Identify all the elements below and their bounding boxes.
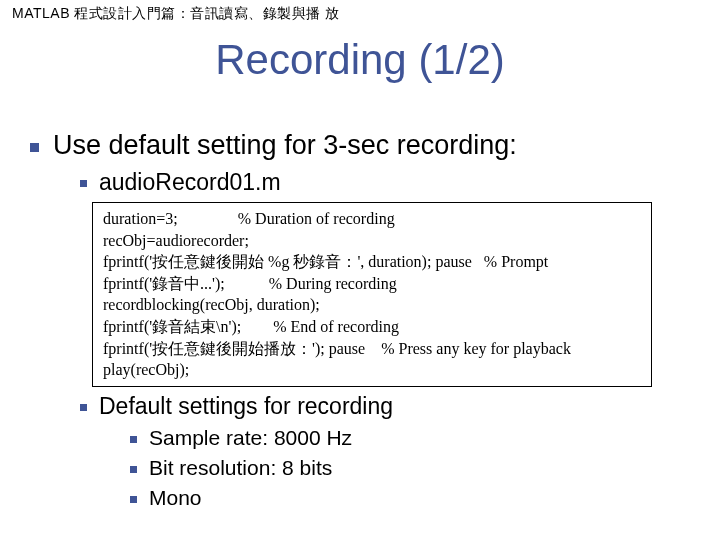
bullet-icon xyxy=(30,143,39,152)
bullet-text: Mono xyxy=(149,486,202,510)
bullet-l1: Use default setting for 3-sec recording: xyxy=(30,130,690,161)
bullet-text: Default settings for recording xyxy=(99,393,393,420)
bullet-text: Bit resolution: 8 bits xyxy=(149,456,332,480)
bullet-icon xyxy=(130,436,137,443)
bullet-text: Use default setting for 3-sec recording: xyxy=(53,130,517,161)
code-line: recObj=audiorecorder; xyxy=(103,230,641,252)
bullet-icon xyxy=(80,404,87,411)
bullet-icon xyxy=(130,466,137,473)
code-line: fprintf('錄音結束\n'); % End of recording xyxy=(103,316,641,338)
code-line: play(recObj); xyxy=(103,359,641,381)
slide: MATLAB 程式設計入門篇：音訊讀寫、錄製與播 放 Recording (1/… xyxy=(0,0,720,540)
code-line: fprintf('按任意鍵後開始 %g 秒錄音：', duration); pa… xyxy=(103,251,641,273)
code-box: duration=3; % Duration of recording recO… xyxy=(92,202,652,387)
code-line: fprintf('錄音中...'); % During recording xyxy=(103,273,641,295)
bullet-icon xyxy=(80,180,87,187)
bullet-l2: audioRecord01.m xyxy=(80,169,690,196)
header-subtitle: MATLAB 程式設計入門篇：音訊讀寫、錄製與播 放 xyxy=(12,5,340,23)
content: Use default setting for 3-sec recording:… xyxy=(30,130,690,516)
code-line: duration=3; % Duration of recording xyxy=(103,208,641,230)
bullet-text: audioRecord01.m xyxy=(99,169,281,196)
bullet-l3: Sample rate: 8000 Hz xyxy=(130,426,690,450)
code-line: recordblocking(recObj, duration); xyxy=(103,294,641,316)
bullet-text: Sample rate: 8000 Hz xyxy=(149,426,352,450)
bullet-icon xyxy=(130,496,137,503)
bullet-l3: Bit resolution: 8 bits xyxy=(130,456,690,480)
code-line: fprintf('按任意鍵後開始播放：'); pause % Press any… xyxy=(103,338,641,360)
slide-title: Recording (1/2) xyxy=(0,36,720,84)
bullet-l2: Default settings for recording xyxy=(80,393,690,420)
bullet-l3: Mono xyxy=(130,486,690,510)
